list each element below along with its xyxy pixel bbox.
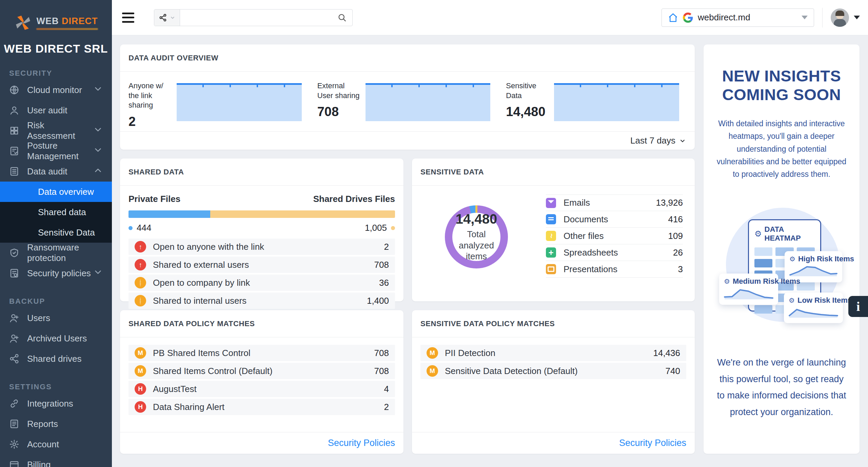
low-risk-mini-chart (789, 305, 838, 318)
sidebar-item-risk-assessment[interactable]: Risk Assessment (0, 120, 112, 141)
sidebar-item-user-audit[interactable]: User audit (0, 100, 112, 120)
sidebar-item-billing[interactable]: Billing (0, 454, 112, 467)
policy-row[interactable]: M PB Shared Items Control 708 (129, 345, 395, 361)
domain-label: webdirect.md (698, 12, 797, 23)
search-scope-dropdown[interactable] (154, 10, 180, 26)
other-files-icon (546, 231, 556, 241)
sidebar-item-cloud-monitor[interactable]: Cloud monitor (0, 80, 112, 100)
sensitive-data-card: SENSITIVE DATA 14,480 Total analyzed ite… (412, 158, 695, 301)
avatar[interactable] (831, 8, 849, 27)
policy-row[interactable]: H Data Sharing Alert 2 (129, 399, 395, 415)
medium-severity-icon: ↓↑ (135, 295, 146, 306)
data-audit-submenu: Data overview Shared data Sensitive Data (0, 182, 112, 243)
sidebar-item-label: Reports (27, 419, 58, 429)
data-audit-overview-card: DATA AUDIT OVERVIEW Anyone w/ the link s… (120, 44, 695, 150)
insights-paragraph: With detailed insights and interactive h… (715, 117, 848, 181)
shared-data-row[interactable]: ↑ Open to anyone with the link 2 (129, 239, 395, 255)
chevron-down-icon (802, 16, 808, 19)
chevron-down-icon (93, 145, 103, 157)
card-title: SENSITIVE DATA POLICY MATCHES (412, 310, 695, 337)
domain-selector[interactable]: webdirect.md (662, 8, 814, 27)
document-list-icon (9, 166, 20, 177)
insights-paragraph-2: We're on the verge of launching this pow… (715, 354, 848, 420)
sidebar: WEB DIRECT WEB DIRECT SRL SECURITY Cloud… (0, 0, 112, 467)
sidebar-item-posture-management[interactable]: Posture Management (0, 141, 112, 161)
sidebar-item-label: Billing (27, 460, 51, 467)
app: WEB DIRECT WEB DIRECT SRL SECURITY Cloud… (0, 0, 868, 467)
shared-data-row[interactable]: ↑ Shared to external users 708 (129, 257, 395, 273)
sidebar-item-archived-users[interactable]: Archived Users (0, 328, 112, 349)
high-severity-icon: ↑ (135, 259, 146, 270)
submenu-item-sensitive-data[interactable]: Sensitive Data (0, 222, 112, 243)
submenu-item-data-overview[interactable]: Data overview (0, 182, 112, 202)
medium-risk-mini-chart (724, 286, 773, 300)
file-type-row[interactable]: Presentations 3 (546, 261, 683, 278)
sidebar-item-integrations[interactable]: Integrations (0, 393, 112, 414)
policy-row[interactable]: M PII Detection 14,436 (420, 345, 686, 361)
sidebar-item-label: Risk Assessment (27, 120, 93, 141)
chevron-down-icon (93, 125, 103, 137)
stat-label: External User sharing (317, 81, 362, 100)
sidebar-item-label: Shared drives (27, 354, 81, 364)
hamburger-menu-button[interactable] (122, 13, 134, 23)
high-risk-mini-chart (789, 263, 837, 278)
shared-data-row[interactable]: ↓↑ Shared to internal users 1,400 (129, 293, 395, 309)
shared-drives-files-label: Shared Drives Files (313, 194, 395, 204)
sidebar-item-reports[interactable]: Reports (0, 414, 112, 434)
policy-row[interactable]: M Shared Items Control (Default) 708 (129, 363, 395, 379)
file-type-row[interactable]: Spreadsheets 26 (546, 244, 683, 261)
grid-icon (9, 125, 20, 136)
stat-external-user-sharing: External User sharing 708 (317, 81, 506, 131)
submenu-item-shared-data[interactable]: Shared data (0, 202, 112, 222)
gear-icon (9, 439, 20, 450)
policy-row[interactable]: H AugustTest 4 (129, 381, 395, 397)
sidebar-item-account[interactable]: Account (0, 434, 112, 454)
topbar-divider (822, 8, 823, 27)
shared-data-row[interactable]: ↓↑ Open to company by link 36 (129, 275, 395, 291)
sensitive-data-policy-matches-card: SENSITIVE DATA POLICY MATCHES M PII Dete… (412, 310, 695, 454)
high-policy-badge: H (135, 383, 146, 395)
stat-anyone-with-link: Anyone w/ the link sharing 2 (129, 81, 317, 131)
shared-data-policy-matches-card: SHARED DATA POLICY MATCHES M PB Shared I… (120, 310, 403, 454)
policy-row[interactable]: M Sensitive Data Detection (Default) 740 (420, 363, 686, 379)
sidebar-item-users[interactable]: Users (0, 308, 112, 328)
period-label: Last 7 days (630, 135, 675, 146)
high-severity-icon: ↑ (135, 241, 146, 253)
search-input[interactable] (180, 13, 337, 22)
file-type-row[interactable]: Other files 109 (546, 228, 683, 244)
info-fab-button[interactable]: i (848, 296, 868, 317)
period-dropdown[interactable]: Last 7 days (120, 131, 695, 150)
file-type-row[interactable]: Emails 13,926 (546, 194, 683, 211)
security-policies-link[interactable]: Security Policies (328, 438, 395, 448)
stat-sensitive-data: Sensitive Data 14,480 (506, 81, 695, 131)
sidebar-item-shared-drives[interactable]: Shared drives (0, 349, 112, 369)
search-box (154, 9, 353, 26)
section-label-backup: BACKUP (9, 297, 112, 306)
chevron-down-icon (93, 267, 103, 280)
private-files-segment (129, 210, 210, 218)
heatmap-title: DATA HEATMAP (765, 225, 815, 243)
low-risk-chip: ⚙Low Risk Items (784, 293, 843, 323)
user-menu-caret[interactable] (854, 16, 860, 19)
file-type-row[interactable]: Documents 416 (546, 211, 683, 228)
private-files-label: Private Files (129, 194, 180, 204)
sidebar-item-data-audit[interactable]: Data audit (0, 161, 112, 182)
sidebar-item-ransomware-protection[interactable]: Ransomware protection (0, 243, 112, 263)
sparkline-chart (366, 83, 491, 121)
stat-value: 14,480 (506, 105, 551, 119)
gear-icon: ⚙ (724, 278, 730, 285)
share-icon (9, 353, 20, 364)
shared-drives-value: 1,005 (365, 223, 387, 233)
section-label-security: SECURITY (9, 69, 112, 78)
card-title: SHARED DATA POLICY MATCHES (120, 310, 403, 337)
search-icon[interactable] (337, 13, 347, 22)
document-check-icon (9, 146, 20, 156)
high-policy-badge: H (135, 401, 146, 413)
document-shield-icon (9, 268, 20, 279)
sidebar-item-security-policies[interactable]: Security policies (0, 263, 112, 283)
shared-data-card: SHARED DATA Private Files Shared Drives … (120, 158, 403, 301)
sidebar-item-label: User audit (27, 105, 67, 116)
sparkline-chart (177, 83, 302, 121)
security-policies-link[interactable]: Security Policies (619, 438, 686, 448)
sidebar-item-label: Archived Users (27, 333, 87, 344)
